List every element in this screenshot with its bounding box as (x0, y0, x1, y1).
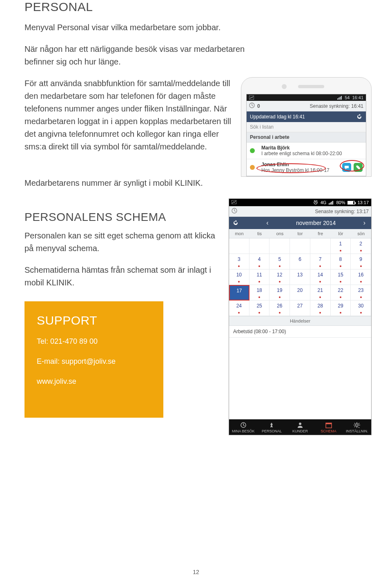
calendar-day[interactable]: 25 (249, 301, 270, 316)
nav-item-inst-llnin-[interactable]: INSTÄLLNIN. (343, 419, 371, 435)
calendar-day[interactable]: 21 (310, 285, 331, 301)
picture-icon (232, 200, 236, 205)
weekday-header: montisonstorfrelörsön (229, 229, 371, 238)
paragraph: Schematiderna hämtas från schemat som är… (24, 264, 220, 289)
calendar-day[interactable]: 4 (249, 254, 270, 269)
calendar-day[interactable]: 19 (270, 285, 290, 301)
support-tel: Tel: 021-470 89 00 (37, 337, 151, 346)
section-title-personal: PERSONAL (24, 0, 372, 14)
prev-month-button[interactable]: ‹ (264, 219, 271, 227)
calendar-day[interactable]: 23 (351, 285, 371, 301)
paragraph: När någon har ett närliggande besök visa… (24, 43, 253, 68)
event-dot-icon (360, 281, 362, 283)
svg-rect-2 (339, 98, 339, 100)
clock: 13:17 (357, 200, 369, 205)
phone-camera (282, 84, 287, 89)
event-dot-icon (258, 281, 260, 283)
phone-earpiece (298, 85, 324, 88)
event-dot-icon (319, 312, 321, 314)
refresh-icon[interactable] (232, 220, 239, 226)
calendar-day[interactable]: 2 (351, 238, 371, 254)
calendar-day[interactable]: 18 (249, 285, 270, 301)
sync-count: 0 (257, 103, 260, 109)
calendar-day[interactable]: 27 (290, 301, 310, 316)
event-dot-icon (360, 265, 362, 267)
calendar-day[interactable]: 28 (310, 301, 331, 316)
calendar-day[interactable]: 16 (351, 269, 371, 285)
calendar-grid[interactable]: 1234567891011121314151617181920212223242… (229, 238, 371, 316)
calendar-day[interactable]: 29 (331, 301, 351, 316)
event-dot-icon (340, 296, 341, 298)
event-dot-icon (319, 296, 321, 298)
support-web: www.joliv.se (37, 377, 151, 386)
calendar-day[interactable]: 15 (331, 269, 351, 285)
event-dot-icon (279, 296, 281, 298)
event-dot-icon (340, 265, 341, 267)
calendar-day[interactable]: 9 (351, 254, 371, 269)
alarm-icon (313, 200, 318, 205)
svg-point-17 (356, 424, 358, 426)
weekday-label: lör (331, 229, 351, 238)
svg-rect-8 (329, 203, 330, 205)
svg-rect-4 (341, 96, 342, 100)
event-dot-icon (360, 250, 362, 252)
battery-level: 80% (336, 200, 345, 205)
calendar-day[interactable]: 20 (290, 285, 310, 301)
nav-item-mina-bes-k[interactable]: MINA BESÖK (229, 419, 258, 435)
event-row[interactable]: Arbetstid (08:00 - 17:00) (229, 326, 371, 338)
event-dot-icon (340, 250, 341, 252)
svg-point-14 (299, 423, 301, 425)
sync-icon (232, 208, 237, 215)
list-item[interactable]: Jonas EhlinHos Jenny Byström kl 16:00-17 (247, 159, 366, 176)
event-dot-icon (319, 281, 321, 283)
calendar-day[interactable]: 14 (310, 269, 331, 285)
calendar-day[interactable]: 24 (229, 301, 249, 316)
last-sync-text: Senaste synkning: 13:17 (240, 209, 369, 214)
refresh-icon[interactable] (356, 114, 363, 120)
list-item-text: Marita BjörkI arbete enligt schema kl 08… (261, 145, 358, 156)
event-dot-icon (258, 265, 260, 267)
paragraph: Personalen kan se sitt eget schema genom… (24, 229, 220, 255)
calendar-day[interactable]: 10 (229, 269, 249, 285)
event-dot-icon (360, 296, 362, 298)
page-number: 12 (0, 569, 392, 575)
weekday-label: ons (270, 229, 290, 238)
calendar-day[interactable]: 13 (290, 269, 310, 285)
calendar-day[interactable]: 30 (351, 301, 371, 316)
paragraph: För att använda snabbfunktion för samtal… (24, 77, 233, 153)
calendar-day[interactable]: 12 (270, 269, 290, 285)
status-bar: 54 16:41 (247, 94, 366, 101)
weekday-label: mon (229, 229, 249, 238)
signal-icon (329, 200, 334, 205)
calendar-day[interactable]: 17 (229, 285, 249, 301)
event-dot-icon (238, 312, 240, 314)
status-dot-icon (250, 148, 255, 153)
calendar-day[interactable]: 8 (331, 254, 351, 269)
next-month-button[interactable]: › (361, 219, 368, 227)
calendar-day (310, 238, 331, 254)
nav-item-personal[interactable]: PERSONAL (258, 419, 286, 435)
sync-badge-icon (249, 102, 255, 109)
calendar-day[interactable]: 7 (310, 254, 331, 269)
nav-item-schema[interactable]: SCHEMA (314, 419, 343, 435)
calendar-day[interactable]: 3 (229, 254, 249, 269)
support-title: SUPPORT (37, 314, 151, 327)
picture-icon (249, 96, 254, 100)
section-title-schema: PERSONALENS SCHEMA (24, 211, 220, 224)
search-input[interactable]: Sök i listan (247, 122, 366, 132)
paragraph: Medarbetarens nummer är synligt i mobil … (24, 177, 253, 189)
annotation-ellipse (340, 160, 364, 171)
list-item[interactable]: Marita BjörkI arbete enligt schema kl 08… (247, 142, 366, 159)
event-dot-icon (258, 296, 260, 298)
annotation-ellipse (256, 163, 326, 173)
calendar-day[interactable]: 26 (270, 301, 290, 316)
event-dot-icon (238, 265, 240, 267)
weekday-label: tis (249, 229, 270, 238)
calendar-day[interactable]: 5 (270, 254, 290, 269)
nav-item-kunder[interactable]: KUNDER (286, 419, 314, 435)
calendar-day[interactable]: 6 (290, 254, 310, 269)
calendar-day[interactable]: 22 (331, 285, 351, 301)
calendar-day[interactable]: 1 (331, 238, 351, 254)
screenshot-phone-personal: 54 16:41 0 Senaste synkning: 16:41 Uppda… (241, 77, 372, 177)
calendar-day[interactable]: 11 (249, 269, 270, 285)
